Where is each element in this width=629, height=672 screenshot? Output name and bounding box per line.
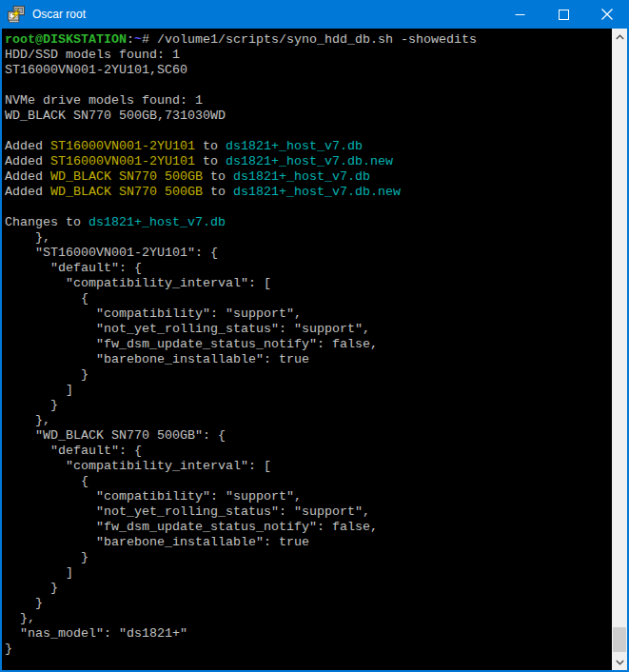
chevron-up-icon bbox=[616, 34, 624, 40]
maximize-button[interactable] bbox=[541, 0, 585, 29]
scroll-up-button[interactable] bbox=[612, 29, 627, 45]
minimize-icon bbox=[515, 10, 525, 20]
chevron-down-icon bbox=[616, 660, 624, 665]
caption-buttons bbox=[498, 0, 629, 29]
putty-window: Oscar root root@DISKSTATION:~# /volume1/… bbox=[0, 0, 629, 672]
minimize-button[interactable] bbox=[498, 0, 541, 29]
scrollbar[interactable] bbox=[612, 29, 627, 670]
putty-icon bbox=[8, 6, 25, 23]
scrollbar-thumb[interactable] bbox=[613, 627, 626, 652]
close-button[interactable] bbox=[585, 0, 629, 29]
window-title: Oscar root bbox=[32, 0, 86, 29]
terminal-text: root@DISKSTATION:~# /volume1/scripts/syn… bbox=[2, 29, 612, 657]
close-icon bbox=[601, 9, 613, 20]
maximize-icon bbox=[559, 10, 569, 20]
terminal-screen[interactable]: root@DISKSTATION:~# /volume1/scripts/syn… bbox=[2, 29, 612, 670]
scroll-down-button[interactable] bbox=[612, 654, 627, 670]
titlebar[interactable]: Oscar root bbox=[0, 0, 629, 29]
